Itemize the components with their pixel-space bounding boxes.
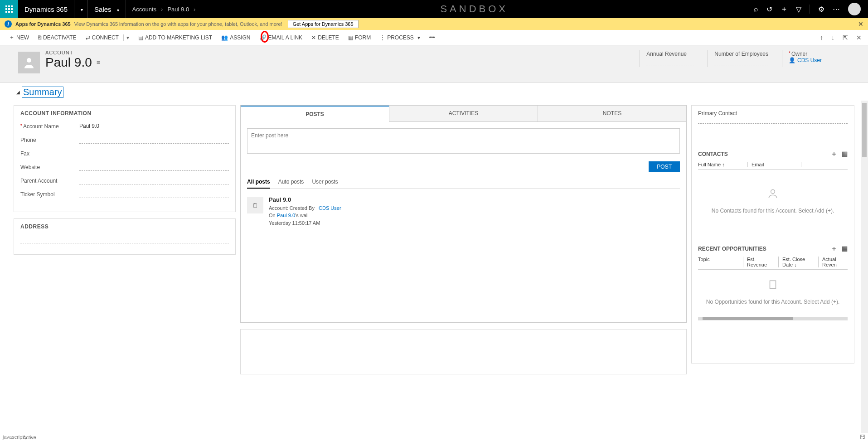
filter-all-posts[interactable]: All posts (247, 179, 270, 189)
breadcrumb-record[interactable]: Paul 9.0 (167, 6, 189, 13)
contacts-empty: No Contacts found for this Account. Sele… (698, 170, 848, 232)
add-contact-button[interactable]: ＋ (831, 150, 837, 158)
cmd-connect-label: CONNECT (92, 34, 119, 41)
svg-rect-11 (770, 281, 776, 288)
search-icon[interactable]: ⌕ (754, 5, 758, 13)
cmd-connect-dropdown[interactable]: ▾ (123, 34, 134, 41)
post-input[interactable] (247, 128, 680, 154)
area-sales[interactable]: Sales (88, 0, 126, 18)
nav-up-icon[interactable]: ↑ (818, 34, 825, 41)
post-record-link[interactable]: Paul 9.0 (277, 213, 295, 218)
tab-activities[interactable]: ACTIVITIES (389, 106, 538, 122)
metric-owner[interactable]: Owner 👤CDS User (782, 50, 850, 67)
breadcrumb-accounts[interactable]: Accounts (132, 6, 156, 13)
field-phone[interactable]: Phone (20, 136, 229, 144)
col-email[interactable]: Email (752, 162, 801, 167)
address-value[interactable] (20, 236, 229, 243)
brand-dropdown[interactable] (74, 0, 88, 18)
grid-view-button[interactable]: ▦ (842, 245, 848, 253)
cmd-assign[interactable]: 👥ASSIGN (217, 34, 255, 41)
cmd-connect[interactable]: ⇄CONNECT (81, 34, 123, 41)
section-title-text: Summary (22, 87, 63, 98)
col-actualrev[interactable]: Actual Reven (822, 257, 844, 267)
info-icon: i (5, 20, 12, 28)
col-estrev[interactable]: Est. Revenue (747, 257, 779, 267)
post-button[interactable]: POST (649, 161, 680, 172)
cmd-form-label: FORM (355, 34, 371, 41)
field-label: Phone (20, 137, 79, 143)
tab-notes[interactable]: NOTES (538, 106, 686, 122)
horiz-scrollbar[interactable] (698, 317, 848, 320)
entity-label: ACCOUNT (45, 50, 100, 55)
filter-auto-posts[interactable]: Auto posts (278, 179, 304, 189)
col-center: POSTS ACTIVITIES NOTES POST All posts Au… (240, 105, 687, 441)
posts-body: POST All posts Auto posts User posts 🗒 P… (241, 122, 686, 233)
field-fax[interactable]: Fax (20, 150, 229, 157)
section-summary[interactable]: ◢ Summary (16, 87, 868, 98)
field-label: Fax (20, 150, 79, 157)
cmdbar-right: ↑ ↓ ⇱ ✕ (818, 34, 863, 41)
field-account-name[interactable]: Account Name Paul 9.0 (20, 123, 229, 130)
panel-address: ADDRESS (14, 218, 236, 255)
filter-user-posts[interactable]: User posts (312, 179, 338, 189)
cmd-process[interactable]: ⋮PROCESS▾ (375, 34, 425, 41)
command-bar: ＋NEW ⎘DEACTIVATE ⇄CONNECT ▾ ▤ADD TO MARK… (0, 30, 868, 45)
header-metrics: Annual Revenue Number of Employees Owner… (640, 50, 850, 67)
filter-icon[interactable]: ▽ (796, 5, 801, 14)
field-website[interactable]: Website (20, 164, 229, 171)
chevron-down-icon (115, 5, 119, 13)
cmd-form[interactable]: ▦FORM (344, 34, 375, 41)
cmd-email-a-link[interactable]: 🔗EMAIL A LINK (255, 34, 307, 41)
add-opportunity-button[interactable]: ＋ (831, 245, 837, 253)
settings-gear-icon[interactable]: ⚙ (818, 5, 824, 14)
post-user-link[interactable]: CDS User (319, 205, 341, 211)
record-header: ACCOUNT Paul 9.0≡ Annual Revenue Number … (0, 45, 868, 83)
record-menu-icon[interactable]: ≡ (97, 59, 100, 66)
primary-contact-value[interactable] (698, 117, 848, 124)
field-parent-account[interactable]: Parent Account (20, 177, 229, 184)
col-topic[interactable]: Topic (698, 257, 743, 267)
field-label: Account Name (20, 123, 79, 130)
cmd-deactivate[interactable]: ⎘DEACTIVATE (34, 34, 81, 41)
cmd-new[interactable]: ＋NEW (5, 34, 34, 41)
post-title[interactable]: Paul 9.0 (269, 195, 341, 204)
apps-info-bar: i Apps for Dynamics 365 View Dynamics 36… (0, 18, 868, 30)
tab-posts[interactable]: POSTS (241, 106, 389, 122)
col-estclose[interactable]: Est. Close Date ↓ (782, 257, 819, 267)
vertical-scrollbar[interactable] (861, 101, 868, 441)
owner-value[interactable]: 👤CDS User (789, 57, 836, 63)
close-record-icon[interactable]: ✕ (854, 34, 863, 41)
cmd-assign-label: ASSIGN (230, 34, 250, 41)
app-launcher-button[interactable] (0, 0, 18, 18)
new-global-icon[interactable]: ＋ (781, 5, 788, 14)
cmd-deactivate-label: DEACTIVATE (43, 34, 77, 41)
cmd-delete[interactable]: ✕DELETE (307, 34, 344, 41)
metric-value (714, 59, 768, 66)
divider (810, 5, 810, 14)
cmd-overflow[interactable]: ••• (425, 34, 440, 41)
panel-title: ADDRESS (20, 223, 229, 230)
link-icon: 🔗 (260, 34, 267, 41)
col-fullname[interactable]: Full Name ↑ (698, 162, 748, 167)
brand-label[interactable]: Dynamics 365 (18, 0, 74, 18)
cmd-marketing-label: ADD TO MARKETING LIST (145, 34, 212, 41)
process-icon: ⋮ (380, 34, 385, 41)
opportunities-columns: Topic Est. Revenue Est. Close Date ↓ Act… (698, 257, 848, 270)
field-label: Website (20, 164, 79, 170)
metric-annual-revenue[interactable]: Annual Revenue (640, 50, 708, 67)
post-text: Account: Created By (269, 205, 315, 211)
popout-icon[interactable]: ⇱ (841, 34, 850, 41)
save-icon[interactable]: 🖫 (859, 434, 865, 441)
recent-icon[interactable]: ↺ (766, 5, 772, 14)
metric-num-employees[interactable]: Number of Employees (708, 50, 782, 67)
breadcrumb: Accounts › Paul 9.0 › (126, 0, 202, 18)
nav-down-icon[interactable]: ↓ (829, 34, 836, 41)
cmd-add-to-marketing-list[interactable]: ▤ADD TO MARKETING LIST (134, 34, 217, 41)
close-infobar-button[interactable]: ✕ (858, 20, 863, 28)
user-avatar[interactable] (848, 3, 861, 15)
metric-label: Annual Revenue (646, 51, 694, 57)
more-icon[interactable]: ⋯ (833, 5, 840, 14)
field-ticker-symbol[interactable]: Ticker Symbol (20, 191, 229, 198)
grid-view-button[interactable]: ▦ (842, 150, 848, 158)
get-apps-button[interactable]: Get Apps for Dynamics 365 (288, 20, 359, 28)
